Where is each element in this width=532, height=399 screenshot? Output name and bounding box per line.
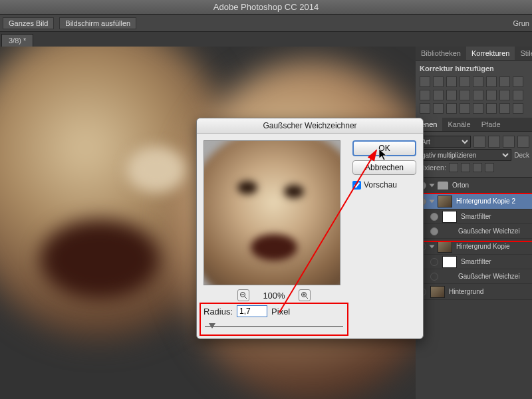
adj-channel-mixer-icon[interactable] [420,90,430,100]
layer-name: Hintergrund Kopie [456,243,529,250]
adj-photo-filter-icon[interactable] [513,76,523,87]
right-panels: Bibliotheken Korrekturen Stile Korrektur… [416,47,532,399]
filter-shape-icon[interactable] [517,136,529,148]
adj-icon-20[interactable] [460,103,470,114]
filter-adjust-icon[interactable] [488,136,500,148]
svg-line-4 [306,297,308,299]
adj-levels-icon[interactable] [433,76,444,87]
cancel-button[interactable]: Abbrechen [352,160,416,175]
lock-image-icon[interactable] [461,163,470,172]
document-tabstrip: 3/8) * [0,32,532,47]
layer-effect-gauss-1[interactable]: Gaußscher Weichzei [416,224,532,239]
layer-smartfilter-1[interactable]: Smartfilter [416,209,532,224]
layer-name: Smartfilter [461,213,529,220]
layers-panel-controls: Art gativ multiplizieren Deck Fixieren: [416,132,532,177]
lock-all-icon[interactable] [485,163,494,172]
preview-checkbox-row[interactable]: Vorschau [352,180,416,190]
visibility-toggle-icon[interactable] [430,227,438,235]
layer-hintergrund-kopie-2[interactable]: Hintergrund Kopie 2 [416,194,532,209]
adj-icon-19[interactable] [446,103,457,114]
layer-group-orton[interactable]: Orton [416,178,532,194]
disclosure-triangle-icon[interactable] [430,245,435,248]
options-bar: Ganzes Bild Bildschirm ausfüllen Grun [0,15,532,32]
zoom-out-button[interactable] [237,289,249,301]
layer-effect-gauss-2[interactable]: Gaußscher Weichzei [416,269,532,284]
layer-thumbnail[interactable] [438,241,452,253]
radius-label: Radius: [203,307,233,317]
adj-icon-23[interactable] [499,103,510,114]
layer-hintergrund[interactable]: Hintergrund [416,284,532,300]
document-tab[interactable]: 3/8) * [1,34,33,47]
layers-tabs: enen Kanäle Pfade [416,118,532,132]
folder-icon [438,182,448,190]
visibility-toggle-icon[interactable] [430,258,438,266]
zoom-level: 100% [263,291,285,301]
svg-line-1 [245,297,247,299]
layer-effect-name: Gaußscher Weichzei [442,227,529,235]
fill-screen-button[interactable]: Bildschirm ausfüllen [59,17,136,29]
adjustments-label: Korrektur hinzufügen [420,65,528,72]
layer-thumbnail[interactable] [438,196,452,207]
lock-position-icon[interactable] [473,163,482,172]
filter-type-icon[interactable] [503,136,515,148]
zoom-in-button[interactable] [299,289,311,301]
opacity-label: Deck [514,152,529,159]
layer-thumbnail[interactable] [430,286,445,298]
layer-hintergrund-kopie[interactable]: Hintergrund Kopie [416,239,532,255]
tab-korrekturen[interactable]: Korrekturen [466,47,515,60]
adjustments-panel: Korrektur hinzufügen [416,61,532,118]
filter-kind-select[interactable]: Art [418,136,471,148]
layer-name: Orton [452,182,529,189]
fit-screen-button[interactable]: Ganzes Bild [3,17,54,29]
adj-posterize-icon[interactable] [460,90,470,100]
preview-checkbox-label: Vorschau [364,180,397,190]
tab-stile[interactable]: Stile [515,47,532,60]
adj-brightness-icon[interactable] [420,76,430,87]
adj-invert-icon[interactable] [446,90,457,100]
adj-icon-16[interactable] [513,90,523,100]
adj-exposure-icon[interactable] [460,76,470,87]
visibility-toggle-icon[interactable] [430,273,438,281]
toolbar-right-fragment: Grun [513,19,529,27]
layer-smartfilter-2[interactable]: Smartfilter [416,255,532,269]
layer-effect-name: Gaußscher Weichzei [442,273,529,280]
adj-selective-color-icon[interactable] [499,90,510,100]
app-title: Adobe Photoshop CC 2014 [213,2,319,12]
filter-mask-thumbnail[interactable] [442,211,457,223]
dialog-preview[interactable] [203,140,340,285]
adj-gradient-map-icon[interactable] [486,90,497,100]
layer-list: Orton Hintergrund Kopie 2 Smartfilter [416,177,532,399]
lock-controls: Fixieren: [418,163,529,172]
slider-track [205,326,343,327]
layer-name: Hintergrund Kopie 2 [456,198,529,205]
layer-name: Smartfilter [461,258,529,265]
radius-input[interactable] [237,305,267,317]
radius-slider[interactable] [203,321,344,332]
adj-vibrance-icon[interactable] [473,76,483,87]
blend-mode-select[interactable]: gativ multiplizieren [418,149,511,161]
adj-hue-icon[interactable] [486,76,497,87]
layer-name: Hintergrund [449,288,529,295]
disclosure-triangle-icon[interactable] [430,200,435,203]
slider-thumb[interactable] [209,323,215,329]
adj-bw-icon[interactable] [499,76,510,87]
radius-unit: Pixel [271,307,290,317]
disclosure-triangle-icon[interactable] [430,184,435,187]
tab-bibliotheken[interactable]: Bibliotheken [416,47,466,60]
adj-threshold-icon[interactable] [473,90,483,100]
adj-icon-24[interactable] [513,103,523,114]
adj-color-lookup-icon[interactable] [433,90,444,100]
visibility-toggle-icon[interactable] [430,213,438,221]
tab-pfade[interactable]: Pfade [476,118,506,131]
tab-kanaele[interactable]: Kanäle [442,118,475,131]
adj-icon-17[interactable] [420,103,430,114]
adjustments-grid [420,76,528,114]
preview-checkbox[interactable] [352,181,361,190]
adj-icon-18[interactable] [433,103,444,114]
filter-mask-thumbnail[interactable] [442,256,457,268]
adj-curves-icon[interactable] [446,76,457,87]
adj-icon-22[interactable] [486,103,497,114]
filter-pixel-icon[interactable] [473,136,485,148]
lock-transparency-icon[interactable] [449,163,458,172]
adj-icon-21[interactable] [473,103,483,114]
